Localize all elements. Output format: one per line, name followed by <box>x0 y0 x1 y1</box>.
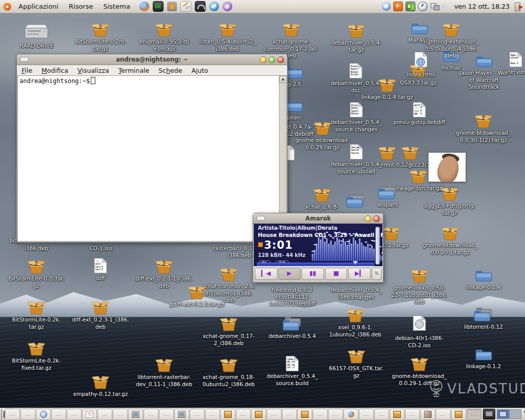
logout-icon[interactable] <box>514 2 523 11</box>
taskbar-window-button[interactable]: ... <box>267 409 281 420</box>
pidgin-launcher-icon[interactable] <box>223 2 232 11</box>
folder-icon <box>474 348 493 364</box>
computer-tray-icon[interactable] <box>430 2 439 11</box>
svg-text:Binar: Binar <box>351 112 359 115</box>
taskbar-window-button[interactable] <box>420 409 435 420</box>
taskbar-window-button[interactable]: ... <box>97 409 112 420</box>
spectrum-analyzer[interactable] <box>312 231 382 261</box>
flame-launcher-icon[interactable] <box>167 2 177 11</box>
show-desktop-button[interactable] <box>1 409 2 420</box>
analyzer-peak <box>314 244 316 245</box>
ubuntu-logo-icon[interactable] <box>3 3 11 11</box>
taskbar-window-button[interactable]: ... <box>436 409 451 420</box>
screenshot-applet-icon[interactable] <box>483 409 495 419</box>
taskbar-window-button[interactable]: ... <box>313 409 328 420</box>
menu-applicazioni[interactable]: Applicazioni <box>14 1 63 12</box>
globe-tray-icon[interactable] <box>382 2 391 11</box>
img-mini-icon <box>178 411 186 418</box>
previous-button[interactable]: ▎◀ <box>255 268 277 280</box>
taskbar-window-button[interactable] <box>251 409 266 420</box>
taskbar-window-button[interactable] <box>174 409 189 420</box>
amarok-window[interactable]: Amarok Artista-Titolo|Album|Durata House… <box>253 213 383 283</box>
taskbar-window-button[interactable] <box>344 409 358 420</box>
clock-tray-icon[interactable] <box>418 2 428 11</box>
window-menu-button[interactable] <box>20 57 29 62</box>
next-button[interactable]: ▶▎ <box>348 268 371 280</box>
taskbar-window-button[interactable] <box>82 409 97 420</box>
taskbar-window-button[interactable]: ... <box>51 409 66 420</box>
pkg-icon <box>154 259 174 276</box>
menu-terminale[interactable]: Terminale <box>114 66 154 75</box>
taskbar-window-button[interactable]: ... <box>405 409 420 420</box>
taskbar-window-button[interactable]: ... <box>67 409 82 420</box>
seek-thumb[interactable] <box>353 261 358 265</box>
volume-slider[interactable] <box>375 227 380 265</box>
terminal-menubar: FileModificaVisualizzaTerminaleSchedeAiu… <box>17 65 287 76</box>
analyzer-peak <box>363 236 365 237</box>
play-button[interactable]: ▶ <box>278 268 301 280</box>
analyzer-peak <box>369 245 371 246</box>
taskbar-window-button[interactable]: ... <box>5 409 20 420</box>
music-launcher-icon[interactable] <box>195 1 206 12</box>
terminal-window[interactable]: andrea@nightsong: ~ FileModificaVisualiz… <box>16 54 288 243</box>
menu-modifica[interactable]: Modifica <box>37 66 73 75</box>
taskbar-window-button[interactable]: ... <box>21 409 35 420</box>
menu-sistema[interactable]: Sistema <box>99 1 134 12</box>
menu-file[interactable]: File <box>17 66 37 75</box>
thunderbird-launcher-icon[interactable] <box>209 2 219 11</box>
close-button[interactable] <box>373 215 380 222</box>
terminal-titlebar[interactable]: andrea@nightsong: ~ <box>17 54 287 65</box>
svg-text:Locat: Locat <box>511 56 518 59</box>
terminal-launcher-icon[interactable] <box>153 1 164 12</box>
clock-applet[interactable]: ven 12 ott, 18.23 <box>450 3 514 10</box>
window-menu-button[interactable] <box>256 216 265 221</box>
stop-button[interactable]: ■ <box>325 268 348 280</box>
taskbar-window-button[interactable]: ... <box>236 409 251 420</box>
alert-tray-icon[interactable] <box>393 2 403 11</box>
taskbar-window-button[interactable] <box>36 409 51 420</box>
taskbar-window-button[interactable]: ... <box>113 409 128 420</box>
minimize-button[interactable] <box>365 215 371 222</box>
taskbar-window-button[interactable] <box>297 409 312 420</box>
menu-visualizza[interactable]: Visualizza <box>73 66 114 75</box>
amarok-titlebar[interactable]: Amarok <box>253 213 383 224</box>
maximize-button[interactable] <box>269 56 275 63</box>
taskbar-window-button[interactable]: ... <box>282 409 297 420</box>
pkg-icon <box>409 169 428 186</box>
trash-icon[interactable] <box>523 409 525 419</box>
taskbar-window-button[interactable] <box>390 409 405 420</box>
taskbar-window-button[interactable]: ... <box>328 409 343 420</box>
terminal-content[interactable]: andrea@nightsong:~$ ▲ ▼ <box>17 75 287 242</box>
firefox-launcher-icon[interactable] <box>139 2 149 11</box>
netmon-tray-icon[interactable] <box>406 2 415 11</box>
workspace-1[interactable] <box>497 410 509 418</box>
taskbar-window-button[interactable]: ... <box>205 409 220 420</box>
mode-button[interactable]: % <box>372 268 381 280</box>
taskbar-window-button[interactable] <box>451 409 466 420</box>
analyzer-bar <box>328 244 330 261</box>
scroll-up-button[interactable]: ▲ <box>279 76 287 83</box>
taskbar-window-button[interactable]: ... <box>159 409 174 420</box>
gedit-launcher-icon[interactable] <box>180 1 191 12</box>
taskbar-window-button[interactable] <box>128 409 143 420</box>
menu-schede[interactable]: Schede <box>154 66 187 75</box>
taskbar-window-button[interactable]: ... <box>374 409 389 420</box>
minimize-button[interactable] <box>260 56 267 63</box>
taskbar-window-button[interactable]: ... <box>144 409 158 420</box>
icon-label: linkage-0.1.4.tar.gz <box>349 94 426 101</box>
menu-aiuto[interactable]: Aiuto <box>187 66 213 75</box>
workspace-2[interactable] <box>509 410 521 418</box>
taskbar-window-button[interactable] <box>220 409 235 420</box>
seek-slider[interactable] <box>257 263 374 266</box>
menu-risorse[interactable]: Risorse <box>65 1 97 12</box>
volume-tray-icon[interactable] <box>441 2 450 11</box>
taskbar-window-button[interactable]: ... <box>467 409 481 420</box>
analyzer-peak <box>373 241 375 242</box>
pkg-icon <box>91 375 110 391</box>
close-button[interactable] <box>277 56 284 63</box>
pause-button[interactable]: ▮▮ <box>301 268 324 280</box>
taskbar-window-button[interactable]: ... <box>359 409 374 420</box>
analyzer-bar <box>373 249 375 261</box>
taskbar-window-button[interactable]: ... <box>190 409 205 420</box>
text-icon: FormSourcBinarArchi <box>349 63 363 81</box>
